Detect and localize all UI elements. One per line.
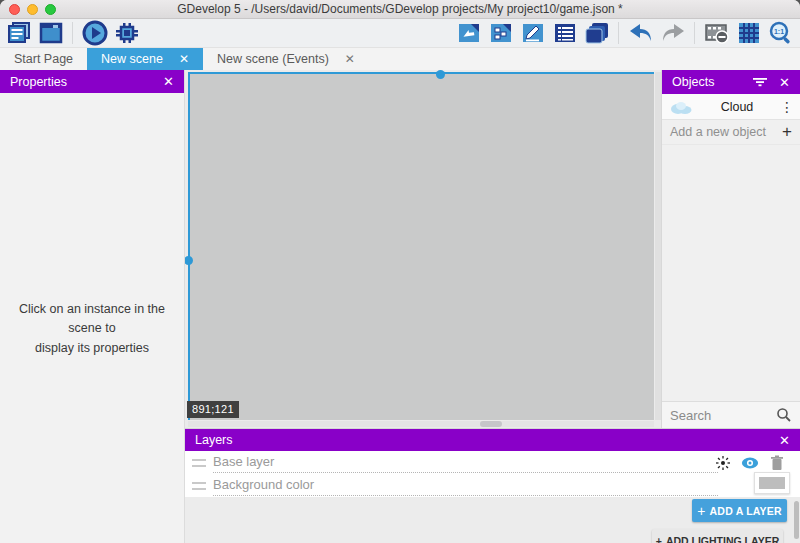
layers-scrollbar-thumb[interactable]	[794, 501, 799, 539]
layer-effects-button[interactable]	[714, 454, 732, 472]
add-object-button[interactable]: Add a new object +	[662, 120, 800, 145]
layer-visibility-button[interactable]	[741, 454, 759, 472]
filter-icon	[753, 77, 767, 87]
layers-title: Layers	[195, 433, 233, 447]
play-icon	[82, 20, 108, 46]
objects-panel: Objects ✕ Cl	[661, 70, 800, 428]
drag-handle-icon[interactable]	[192, 482, 206, 490]
delete-icon	[770, 455, 784, 471]
properties-hint: Click on an instance in the scene to dis…	[0, 300, 184, 358]
grid-toggle-button[interactable]	[735, 20, 762, 46]
tab-new-scene-events[interactable]: New scene (Events) ✕	[203, 48, 369, 70]
toolbar-separator	[694, 22, 695, 44]
undo-button[interactable]	[627, 20, 654, 46]
grid-toggle-icon	[737, 21, 761, 45]
zoom-original-button[interactable]: 1:1	[767, 20, 794, 46]
undo-icon	[628, 22, 654, 44]
search-icon	[776, 407, 792, 423]
scene-properties-button[interactable]	[519, 20, 546, 46]
tab-label: New scene	[101, 52, 163, 66]
tab-bar: Start Page New scene ✕ New scene (Events…	[0, 48, 800, 70]
layer-row-base[interactable]: Base layer	[185, 451, 800, 474]
properties-hint-line1: Click on an instance in the scene to	[6, 300, 178, 339]
canvas-horizontal-scrollbar-thumb[interactable]	[480, 421, 502, 427]
scene-properties-icon	[521, 21, 545, 45]
minimize-window-button[interactable]	[27, 4, 38, 15]
object-row-cloud[interactable]: Cloud ⋮	[662, 94, 800, 120]
properties-panel: Properties ✕ Click on an instance in the…	[0, 70, 185, 543]
add-lighting-layer-button[interactable]: + ADD LIGHTING LAYER	[652, 529, 783, 543]
layer-rows: Base layer	[185, 451, 800, 497]
close-icon[interactable]: ✕	[779, 433, 790, 448]
layers-panel: Layers ✕ Base layer	[185, 428, 800, 543]
mask-toggle-icon	[704, 21, 730, 45]
toolbar: 1:1	[0, 19, 800, 48]
scene-canvas-area[interactable]: 891;121	[185, 70, 661, 428]
filter-icon[interactable]	[753, 77, 767, 87]
instances-list-icon	[553, 21, 577, 45]
tab-close-icon[interactable]: ✕	[345, 52, 355, 66]
svg-text:1:1: 1:1	[773, 28, 783, 35]
toolbar-separator	[72, 22, 73, 44]
layers-editor-button[interactable]	[583, 20, 610, 46]
resize-handle-top[interactable]	[436, 70, 445, 79]
layer-row-actions	[714, 451, 786, 474]
layer-name-field[interactable]: Base layer	[213, 452, 718, 473]
cloud-icon	[668, 99, 694, 115]
zoom-original-icon: 1:1	[768, 20, 794, 46]
redo-icon	[660, 22, 686, 44]
window-title: GDevelop 5 - /Users/david/Documents/GDev…	[177, 2, 623, 16]
tab-close-icon[interactable]: ✕	[179, 52, 189, 66]
debug-icon	[114, 21, 140, 45]
tab-new-scene[interactable]: New scene ✕	[87, 48, 203, 70]
objects-editor-button[interactable]	[487, 20, 514, 46]
layer-row-background[interactable]: Background color	[185, 474, 800, 497]
drag-handle-icon[interactable]	[192, 459, 206, 467]
scene-canvas[interactable]	[188, 72, 654, 420]
layer-delete-button[interactable]	[768, 454, 786, 472]
close-window-button[interactable]	[9, 4, 20, 15]
start-page-button[interactable]	[37, 20, 64, 46]
object-name: Cloud	[694, 100, 780, 114]
layers-editor-icon	[584, 21, 610, 45]
export-button[interactable]	[455, 20, 482, 46]
tab-label: Start Page	[14, 52, 73, 66]
objects-title: Objects	[672, 75, 714, 89]
layer-name-field[interactable]: Background color	[213, 475, 718, 496]
properties-header: Properties ✕	[0, 70, 184, 93]
tab-start-page[interactable]: Start Page	[0, 48, 87, 70]
object-search-bar[interactable]: Search	[662, 401, 800, 428]
add-lighting-layer-label: ADD LIGHTING LAYER	[666, 535, 779, 543]
close-icon[interactable]: ✕	[779, 75, 790, 90]
start-page-icon	[39, 22, 63, 44]
objects-editor-icon	[489, 21, 513, 45]
toolbar-left-group	[5, 20, 140, 46]
main-area: Properties ✕ Click on an instance in the…	[0, 70, 800, 543]
close-icon[interactable]: ✕	[163, 74, 174, 89]
instances-list-button[interactable]	[551, 20, 578, 46]
color-swatch-value	[759, 477, 785, 489]
export-icon	[457, 21, 481, 45]
effects-icon	[715, 455, 731, 471]
canvas-horizontal-scrollbar[interactable]	[188, 421, 654, 427]
mask-toggle-button[interactable]	[703, 20, 730, 46]
properties-hint-line2: display its properties	[6, 339, 178, 358]
traffic-lights	[9, 4, 56, 15]
project-manager-button[interactable]	[5, 20, 32, 46]
visibility-icon	[741, 456, 759, 470]
object-menu-icon[interactable]: ⋮	[780, 99, 794, 115]
tab-label: New scene (Events)	[217, 52, 329, 66]
add-layer-button[interactable]: + ADD A LAYER	[692, 499, 787, 522]
debug-button[interactable]	[113, 20, 140, 46]
play-button[interactable]	[81, 20, 108, 46]
cursor-coordinates-badge: 891;121	[187, 401, 239, 418]
properties-title: Properties	[10, 75, 67, 89]
gdevelop-window: GDevelop 5 - /Users/david/Documents/GDev…	[0, 0, 800, 543]
background-color-swatch[interactable]	[754, 472, 790, 494]
redo-button[interactable]	[659, 20, 686, 46]
objects-header: Objects ✕	[662, 70, 800, 94]
resize-handle-left[interactable]	[185, 256, 193, 265]
plus-icon: +	[782, 122, 792, 142]
search-input[interactable]: Search	[670, 408, 776, 423]
maximize-window-button[interactable]	[45, 4, 56, 15]
